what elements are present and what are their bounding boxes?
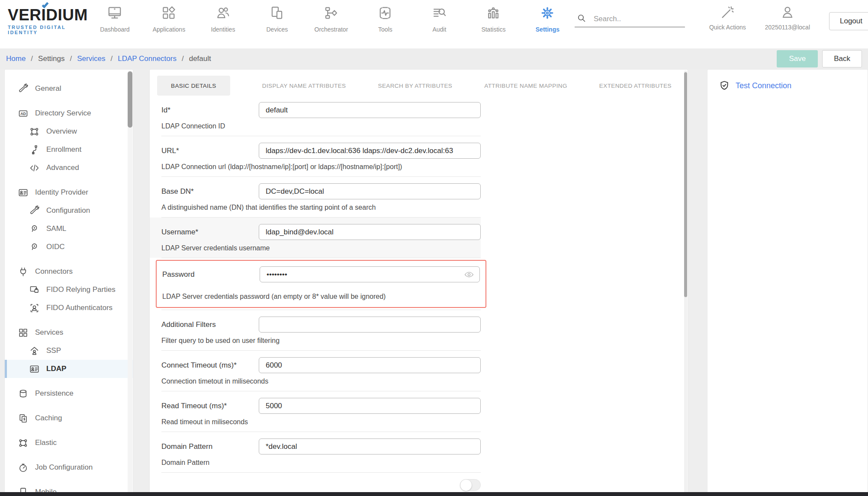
additional-filters-input[interactable]	[259, 317, 481, 333]
sidebar-item-label: Services	[35, 328, 63, 337]
sidebar-item-general[interactable]: General	[5, 80, 133, 98]
page-body: GeneralADDirectory ServiceOverviewEnroll…	[0, 69, 868, 496]
nav-label: Settings	[536, 26, 559, 33]
sidebar-item-label: FIDO Authenticators	[46, 304, 113, 312]
sidebar-item-oidc[interactable]: OIDC	[5, 238, 133, 256]
settings-sidebar: GeneralADDirectory ServiceOverviewEnroll…	[4, 69, 133, 496]
breadcrumb-item-services[interactable]: Services	[77, 54, 105, 63]
base-dn-input[interactable]	[259, 183, 481, 199]
nav-item-dashboard[interactable]: Dashboard	[88, 5, 142, 33]
sidebar-item-label: OIDC	[46, 243, 65, 251]
topology-icon	[29, 126, 40, 137]
field-label: URL*	[161, 147, 259, 155]
magic-wand-icon	[720, 5, 735, 20]
toggle-switch[interactable]	[460, 479, 481, 491]
content-scrollbar-thumb[interactable]	[684, 72, 687, 297]
field-row-domain-pattern: Domain PatternDomain Pattern	[161, 432, 481, 472]
logo-tagline: TRUSTED DIGITAL IDENTITY	[8, 25, 88, 35]
sidebar-item-label: Configuration	[46, 206, 90, 215]
user-icon	[780, 5, 795, 20]
sidebar-item-directory-service[interactable]: ADDirectory Service	[5, 104, 133, 122]
password-input[interactable]	[260, 266, 480, 282]
sidebar-item-configuration[interactable]: Configuration	[5, 202, 133, 220]
field-help: Read timeout in miliseconds	[161, 418, 481, 426]
eye-icon	[464, 269, 474, 280]
quick-actions-button[interactable]: Quick Actions	[709, 0, 746, 31]
nav-item-tools[interactable]: Tools	[358, 5, 412, 33]
svg-text:AD: AD	[20, 111, 26, 115]
breadcrumb-item-home[interactable]: Home	[6, 54, 26, 63]
logout-button[interactable]: Logout	[829, 12, 868, 30]
url-input[interactable]	[259, 143, 481, 159]
search-input[interactable]	[594, 15, 667, 23]
grid-icon	[18, 327, 29, 338]
sidebar-item-identity-provider[interactable]: Identity Provider	[5, 183, 133, 202]
sidebar-item-advanced[interactable]: Advanced	[5, 159, 133, 177]
sidebar-item-label: SAML	[46, 224, 66, 233]
back-button[interactable]: Back	[822, 50, 862, 67]
tab-attribute-name-mapping[interactable]: ATTRIBUTE NAME MAPPING	[484, 76, 567, 96]
sidebar-item-ssp[interactable]: SSP	[5, 342, 133, 360]
nav-item-identities[interactable]: Identities	[196, 5, 250, 33]
read-timeout-ms-input[interactable]	[259, 398, 481, 414]
save-button[interactable]: Save	[777, 50, 818, 67]
enrollment-icon	[29, 144, 40, 155]
tab-display-name-attributes[interactable]: DISPLAY NAME ATTRIBUTES	[262, 76, 346, 96]
sidebar-item-caching[interactable]: Caching	[5, 409, 133, 427]
sidebar-item-enrollment[interactable]: Enrollment	[5, 141, 133, 159]
sidebar-item-connectors[interactable]: Connectors	[5, 262, 133, 281]
breadcrumb-item-ldap-connectors[interactable]: LDAP Connectors	[118, 54, 177, 63]
field-row-read-timeout-ms: Read Timeout (ms)*Read timeout in milise…	[161, 391, 481, 432]
breadcrumb-item-settings: Settings	[38, 54, 64, 63]
sidebar-item-ldap[interactable]: LDAP	[5, 360, 133, 378]
nav-item-statistics[interactable]: Statistics	[466, 5, 521, 33]
wrench-icon	[18, 83, 29, 94]
sidebar-item-persistence[interactable]: Persistence	[5, 384, 133, 403]
test-connection-button[interactable]: Test Connection	[719, 80, 868, 91]
tab-basic-details[interactable]: BASIC DETAILS	[157, 76, 230, 96]
nav-item-settings[interactable]: Settings	[521, 5, 575, 33]
top-navigation: DashboardApplicationsIdentitiesDevicesOr…	[88, 0, 575, 33]
id-input[interactable]	[259, 102, 481, 118]
eye-icon[interactable]	[464, 269, 474, 280]
sidebar-item-elastic[interactable]: Elastic	[5, 434, 133, 452]
sidebar-item-label: Directory Service	[35, 109, 91, 118]
form-tabs: BASIC DETAILSDISPLAY NAME ATTRIBUTESSEAR…	[150, 70, 688, 96]
field-row-url: URL*LDAP Connection url (ldap://[hostnam…	[161, 136, 481, 176]
wrench-icon	[29, 205, 40, 216]
user-menu[interactable]: 20250113@local	[765, 0, 810, 31]
sidebar-item-job-configuration[interactable]: Job Configuration	[5, 458, 133, 477]
input-wrap	[259, 357, 481, 373]
tab-search-by-attributes[interactable]: SEARCH BY ATTRIBUTES	[378, 76, 452, 96]
logo-text: DIUM	[46, 7, 88, 23]
topbar-right: Quick Actions 20250113@local Logout	[575, 0, 868, 31]
sidebar-item-overview[interactable]: Overview	[5, 122, 133, 141]
domain-pattern-input[interactable]	[259, 438, 481, 454]
ldap-connector-form-panel: BASIC DETAILSDISPLAY NAME ATTRIBUTESSEAR…	[149, 69, 688, 496]
sidebar-item-saml[interactable]: SAML	[5, 220, 133, 238]
field-label: Id*	[161, 106, 259, 115]
input-wrap	[259, 317, 481, 333]
settings-icon	[540, 5, 555, 21]
sidebar-item-services[interactable]: Services	[5, 323, 133, 342]
nav-item-applications[interactable]: Applications	[142, 5, 196, 33]
sidebar-item-fido-authenticators[interactable]: FIDO Authenticators	[5, 299, 133, 317]
sidebar-item-fido-relying-parties[interactable]: FIDO Relying Parties	[5, 281, 133, 299]
username-input[interactable]	[259, 224, 481, 240]
nav-item-audit[interactable]: Audit	[412, 5, 466, 33]
breadcrumb-separator: /	[31, 54, 33, 63]
toggle-knob	[460, 480, 472, 491]
sidebar-item-label: Advanced	[46, 163, 79, 172]
logo-name: VERIDIUM	[8, 7, 88, 23]
topology-icon	[18, 438, 29, 448]
key-icon	[29, 242, 40, 253]
nav-label: Applications	[153, 26, 186, 33]
tab-extended-attributes[interactable]: EXTENDED ATTRIBUTES	[599, 76, 672, 96]
nav-item-orchestrator[interactable]: Orchestrator	[304, 5, 358, 33]
sidebar-scrollbar-thumb[interactable]	[128, 71, 132, 128]
nav-item-devices[interactable]: Devices	[250, 5, 304, 33]
fido-auth-icon	[29, 303, 40, 314]
input-wrap	[259, 102, 481, 118]
connect-timeout-ms-input[interactable]	[259, 357, 481, 373]
sidebar-item-label: LDAP	[46, 365, 66, 373]
